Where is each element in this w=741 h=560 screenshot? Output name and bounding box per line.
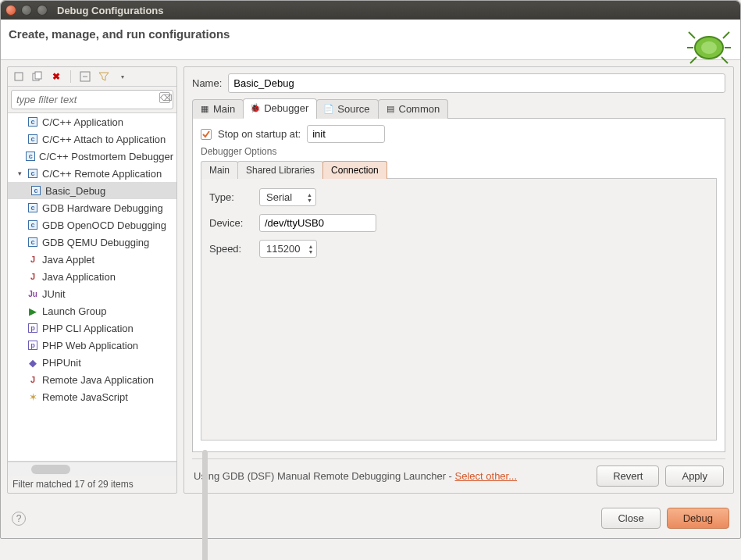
type-icon: c: [27, 133, 39, 145]
filter-input[interactable]: [11, 90, 173, 109]
tree-item[interactable]: cC/C++ Postmortem Debugger: [8, 148, 176, 165]
tree-item-label: Launch Group: [42, 305, 106, 317]
device-label: Device:: [209, 217, 253, 229]
separator: [70, 70, 71, 83]
spinner-arrows-icon[interactable]: ▲▼: [302, 192, 312, 203]
type-icon: p: [27, 339, 39, 351]
dialog-header: Create, manage, and run configurations: [1, 20, 740, 60]
tree-item[interactable]: ▶Launch Group: [8, 302, 176, 319]
help-icon[interactable]: ?: [12, 512, 26, 526]
tree-item[interactable]: cC/C++ Attach to Application: [8, 130, 176, 148]
left-panel: ✖ ▾ ⌫ cC/C++ ApplicationcC/C++ Attach to…: [7, 66, 177, 494]
launcher-bar: Using GDB (DSF) Manual Remote Debugging …: [192, 458, 725, 487]
expand-icon[interactable]: ▾: [16, 169, 23, 177]
debugger-subtabbar: Main Shared Libraries Connection: [201, 160, 717, 179]
tree-item[interactable]: JRemote Java Application: [8, 371, 176, 388]
tree-item[interactable]: cC/C++ Application: [8, 113, 176, 130]
duplicate-icon[interactable]: [31, 70, 44, 83]
delete-icon[interactable]: ✖: [50, 70, 62, 83]
tree-item-label: GDB QEMU Debugging: [42, 237, 149, 248]
launcher-text: Using GDB (DSF) Manual Remote Debugging …: [194, 470, 517, 482]
close-icon[interactable]: [5, 5, 16, 16]
window-title: Debug Configurations: [57, 5, 164, 16]
speed-spinner[interactable]: 115200 ▲▼: [259, 240, 317, 258]
tree-item[interactable]: ◆PHPUnit: [8, 354, 176, 371]
apply-button[interactable]: Apply: [665, 465, 724, 487]
subtab-shared-libraries[interactable]: Shared Libraries: [237, 161, 323, 179]
svg-line-2: [689, 32, 695, 38]
type-row: Type: Serial ▲▼: [209, 188, 708, 206]
svg-line-6: [690, 57, 696, 63]
type-select[interactable]: Serial ▲▼: [259, 188, 316, 206]
tab-source[interactable]: 📄Source: [316, 99, 378, 119]
spinner-arrows-icon[interactable]: ▲▼: [303, 244, 313, 255]
stop-on-startup-checkbox[interactable]: [201, 129, 212, 140]
type-icon: J: [27, 253, 39, 266]
clear-filter-icon[interactable]: ⌫: [159, 92, 170, 103]
horizontal-scrollbar[interactable]: [8, 462, 176, 476]
name-input[interactable]: [228, 73, 725, 93]
type-icon: c: [27, 219, 39, 231]
tree-item[interactable]: pPHP Web Application: [8, 337, 176, 354]
close-button[interactable]: Close: [601, 508, 660, 529]
type-icon: Ju: [27, 287, 39, 300]
new-config-icon[interactable]: [12, 70, 25, 83]
connection-panel: Type: Serial ▲▼ Device: Speed:: [201, 179, 717, 441]
tree-item-label: JUnit: [42, 288, 66, 300]
tree-item[interactable]: ✶Remote JavaScript: [8, 388, 176, 405]
tree-item[interactable]: JJava Application: [8, 268, 176, 285]
dialog-body: ✖ ▾ ⌫ cC/C++ ApplicationcC/C++ Attach to…: [1, 60, 740, 500]
stop-on-startup-input[interactable]: [307, 125, 385, 143]
device-input[interactable]: [259, 214, 376, 232]
stop-on-startup-row: Stop on startup at:: [201, 125, 717, 143]
type-icon: c: [25, 150, 36, 162]
type-icon: c: [30, 184, 42, 197]
type-icon: ◆: [27, 356, 39, 369]
tree-item[interactable]: cGDB OpenOCD Debugging: [8, 216, 176, 234]
bug-icon: [686, 24, 732, 70]
config-tree[interactable]: cC/C++ ApplicationcC/C++ Attach to Appli…: [8, 112, 176, 462]
tree-item-label: PHPUnit: [42, 357, 81, 369]
type-icon: ▶: [27, 305, 39, 317]
tree-item-label: C/C++ Postmortem Debugger: [39, 151, 173, 162]
tree-item[interactable]: JuJUnit: [8, 285, 176, 302]
stop-on-startup-label: Stop on startup at:: [218, 128, 301, 140]
config-toolbar: ✖ ▾: [8, 67, 176, 87]
speed-row: Speed: 115200 ▲▼: [209, 240, 708, 258]
tab-main[interactable]: ▦Main: [192, 99, 244, 119]
tree-item-label: Java Application: [42, 271, 116, 283]
revert-button[interactable]: Revert: [597, 465, 659, 487]
collapse-all-icon[interactable]: [79, 70, 91, 83]
type-icon: J: [27, 270, 39, 283]
tree-item[interactable]: JJava Applet: [8, 251, 176, 268]
debug-button[interactable]: Debug: [667, 508, 729, 529]
menu-dropdown-icon[interactable]: ▾: [116, 70, 129, 83]
tree-item-label: GDB Hardware Debugging: [42, 202, 163, 214]
type-label: Type:: [209, 191, 253, 203]
tree-item[interactable]: ▾cC/C++ Remote Application: [8, 165, 176, 182]
common-tab-icon: ▤: [385, 104, 396, 115]
tab-debugger[interactable]: 🐞Debugger: [243, 98, 317, 119]
filter-icon[interactable]: [98, 70, 110, 83]
tab-common[interactable]: ▤Common: [378, 99, 449, 119]
filter-box: ⌫: [11, 90, 173, 109]
type-icon: c: [27, 202, 39, 214]
select-other-link[interactable]: Select other...: [455, 470, 518, 482]
svg-rect-10: [35, 72, 41, 79]
svg-rect-8: [15, 73, 23, 80]
subtab-main[interactable]: Main: [201, 161, 238, 179]
maximize-icon[interactable]: [37, 5, 48, 16]
tree-item[interactable]: pPHP CLI Application: [8, 319, 176, 337]
debugger-options-title: Debugger Options: [201, 146, 717, 157]
name-row: Name:: [192, 73, 725, 93]
svg-line-7: [721, 57, 728, 63]
tree-item-child[interactable]: cBasic_Debug: [8, 182, 176, 199]
tree-item[interactable]: cGDB QEMU Debugging: [8, 234, 176, 251]
speed-label: Speed:: [209, 243, 253, 255]
subtab-connection[interactable]: Connection: [322, 161, 387, 179]
tree-item-label: Java Applet: [42, 254, 94, 266]
minimize-icon[interactable]: [21, 5, 32, 16]
debugger-tab-icon: 🐞: [250, 103, 261, 114]
tree-item[interactable]: cGDB Hardware Debugging: [8, 199, 176, 216]
main-tabbar: ▦Main 🐞Debugger 📄Source ▤Common: [192, 98, 725, 119]
